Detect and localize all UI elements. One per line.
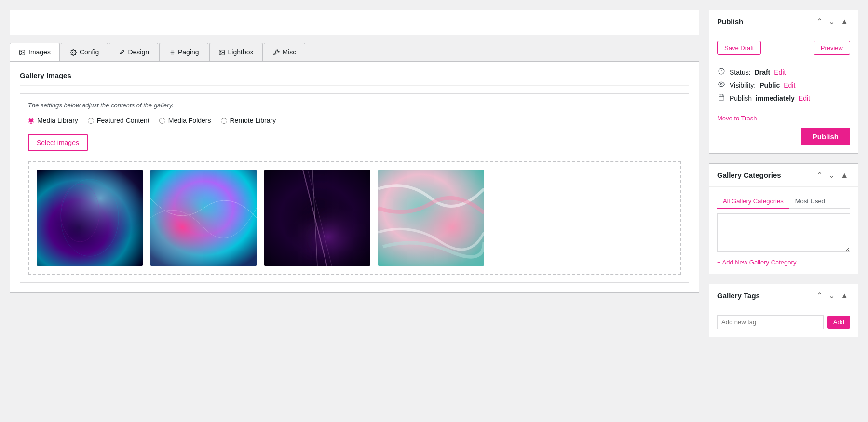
tab-lightbox-label: Lightbox	[228, 48, 254, 56]
tab-config-label: Config	[80, 48, 99, 56]
image-icon	[19, 48, 26, 56]
tab-bar: Images Config Design Pagin	[10, 43, 699, 61]
publish-time-edit-link[interactable]: Edit	[799, 94, 810, 102]
status-edit-link[interactable]: Edit	[774, 68, 786, 76]
gallery-images-title: Gallery Images	[20, 71, 689, 86]
tags-minimize-btn[interactable]: ▲	[839, 290, 850, 301]
gallery-image-4[interactable]	[378, 170, 484, 266]
publish-time-row: Publish immediately Edit	[717, 94, 850, 102]
gallery-categories-controls: ⌃ ⌄ ▲	[814, 170, 850, 181]
status-label: Status:	[730, 68, 751, 76]
move-to-trash-link[interactable]: Move to Trash	[717, 115, 757, 122]
paintbrush-icon	[118, 48, 125, 56]
cat-tab-most-used[interactable]: Most Used	[789, 195, 831, 209]
radio-media-folders[interactable]: Media Folders	[159, 117, 211, 124]
visibility-edit-link[interactable]: Edit	[784, 81, 795, 89]
select-images-button[interactable]: Select images	[28, 134, 88, 151]
calendar-icon	[717, 94, 726, 102]
gallery-inner-panel: The settings below adjust the contents o…	[20, 93, 689, 283]
tab-misc[interactable]: Misc	[264, 43, 306, 61]
save-draft-label: Save Draft	[724, 44, 754, 52]
svg-rect-12	[37, 170, 143, 266]
visibility-row: Visibility: Public Edit	[717, 81, 850, 89]
source-radio-group: Media Library Featured Content Media Fol…	[28, 117, 681, 124]
radio-media-folders-input[interactable]	[159, 118, 165, 124]
radio-media-library[interactable]: Media Library	[28, 117, 78, 124]
tab-design-label: Design	[128, 48, 149, 56]
tags-collapse-up-btn[interactable]: ⌃	[814, 290, 825, 301]
wrench-icon	[273, 48, 280, 56]
radio-featured-content-label: Featured Content	[97, 117, 149, 124]
add-tag-button[interactable]: Add	[827, 316, 850, 329]
publish-collapse-down-btn[interactable]: ⌄	[827, 16, 837, 27]
status-value: Draft	[755, 68, 771, 76]
publish-collapse-up-btn[interactable]: ⌃	[814, 16, 825, 27]
svg-rect-28	[719, 95, 724, 100]
gallery-categories-header: Gallery Categories ⌃ ⌄ ▲	[709, 164, 858, 187]
svg-point-2	[72, 52, 74, 54]
publish-button[interactable]: Publish	[801, 128, 850, 145]
tab-lightbox[interactable]: Lightbox	[209, 43, 263, 61]
gallery-categories-title: Gallery Categories	[717, 171, 781, 179]
tab-images[interactable]: Images	[10, 43, 60, 61]
cat-tab-all[interactable]: All Gallery Categories	[717, 195, 789, 209]
categories-collapse-up-btn[interactable]: ⌃	[814, 170, 825, 181]
svg-rect-16	[150, 170, 257, 266]
publish-time-label: Publish	[730, 94, 752, 102]
radio-media-library-input[interactable]	[28, 118, 34, 124]
images-drop-zone	[28, 161, 681, 275]
photo-icon	[218, 48, 225, 56]
gallery-tags-controls: ⌃ ⌄ ▲	[814, 290, 850, 301]
gallery-image-2[interactable]	[150, 170, 257, 266]
radio-media-library-label: Media Library	[37, 117, 78, 124]
category-tabs: All Gallery Categories Most Used	[717, 195, 850, 209]
gear-icon	[70, 48, 77, 56]
select-images-label: Select images	[37, 139, 79, 146]
visibility-value: Public	[760, 81, 780, 89]
categories-textarea[interactable]	[717, 213, 850, 252]
radio-remote-library-input[interactable]	[221, 118, 227, 124]
visibility-icon	[717, 81, 726, 89]
publish-title: Publish	[717, 17, 743, 26]
categories-collapse-down-btn[interactable]: ⌄	[827, 170, 837, 181]
svg-point-10	[220, 51, 221, 52]
publish-button-row: Publish	[717, 128, 850, 145]
preview-label: Preview	[821, 44, 843, 52]
publish-minimize-btn[interactable]: ▲	[839, 16, 850, 27]
list-icon	[168, 48, 175, 56]
gallery-title-input[interactable]: Test Gallery	[10, 10, 699, 35]
svg-point-27	[720, 83, 722, 85]
tab-config[interactable]: Config	[61, 43, 108, 61]
settings-note: The settings below adjust the contents o…	[28, 102, 681, 109]
publish-when: immediately	[756, 94, 795, 102]
publish-btn-label: Publish	[813, 132, 839, 141]
tab-misc-label: Misc	[283, 48, 297, 56]
add-new-category-link[interactable]: + Add New Gallery Category	[717, 259, 796, 266]
radio-media-folders-label: Media Folders	[168, 117, 211, 124]
sidebar: Publish ⌃ ⌄ ▲ Save Draft Preview	[709, 10, 858, 347]
gallery-content-panel: Gallery Images The settings below adjust…	[10, 61, 699, 293]
tags-collapse-down-btn[interactable]: ⌄	[827, 290, 837, 301]
radio-remote-library[interactable]: Remote Library	[221, 117, 276, 124]
publish-action-row: Save Draft Preview	[717, 41, 850, 55]
gallery-tags-title: Gallery Tags	[717, 291, 760, 300]
gallery-image-3[interactable]	[264, 170, 370, 266]
categories-minimize-btn[interactable]: ▲	[839, 170, 850, 181]
tags-input[interactable]	[717, 315, 824, 329]
radio-featured-content[interactable]: Featured Content	[88, 117, 149, 124]
preview-button[interactable]: Preview	[814, 41, 850, 55]
tab-paging[interactable]: Paging	[159, 43, 208, 61]
tab-images-label: Images	[28, 48, 51, 56]
publish-box: Publish ⌃ ⌄ ▲ Save Draft Preview	[709, 10, 858, 154]
gallery-image-1[interactable]	[37, 170, 143, 266]
radio-featured-content-input[interactable]	[88, 118, 94, 124]
save-draft-button[interactable]: Save Draft	[717, 41, 761, 55]
tab-design[interactable]: Design	[109, 43, 158, 61]
cat-tab-all-label: All Gallery Categories	[723, 198, 784, 205]
publish-box-body: Save Draft Preview Status: Draft Edit	[709, 33, 858, 153]
cat-tab-most-used-label: Most Used	[795, 198, 825, 205]
publish-box-header: Publish ⌃ ⌄ ▲	[709, 10, 858, 33]
svg-point-1	[21, 51, 22, 52]
svg-rect-18	[264, 170, 370, 266]
gallery-tags-body: Add	[709, 307, 858, 337]
